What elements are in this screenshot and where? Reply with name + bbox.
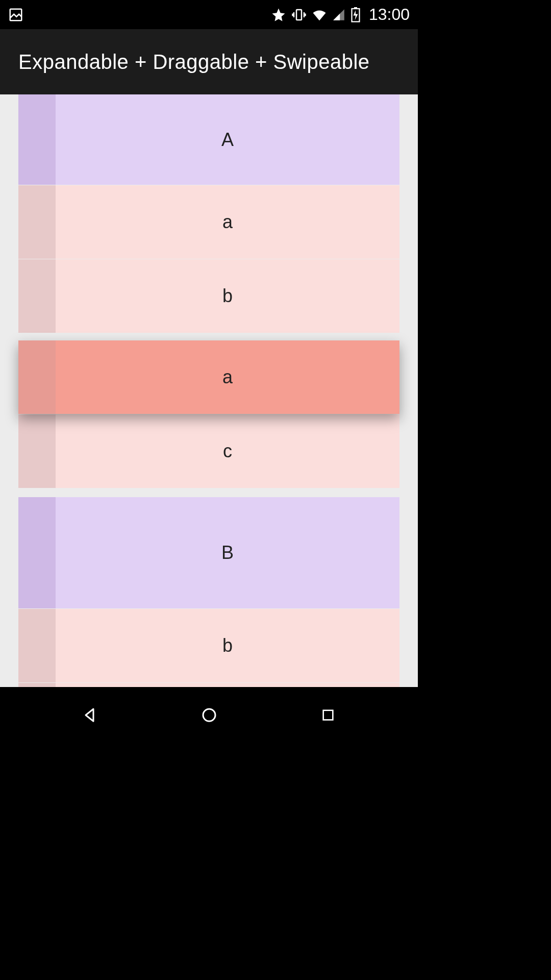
svg-rect-3 (354, 7, 357, 9)
drag-handle[interactable] (18, 497, 56, 608)
item-label: b (222, 635, 233, 656)
item-body[interactable]: b (56, 609, 399, 682)
content-area[interactable]: A a b a c (0, 94, 418, 687)
drag-handle[interactable] (18, 609, 56, 682)
wifi-icon (312, 7, 327, 22)
group-body[interactable]: B (56, 497, 399, 608)
vibrate-icon (291, 7, 307, 22)
navigation-bar (0, 687, 418, 743)
gap (18, 333, 399, 340)
svg-rect-1 (296, 10, 302, 20)
status-time: 13:00 (369, 5, 410, 24)
item-label: a (222, 211, 233, 233)
star-icon (271, 7, 286, 22)
drag-handle[interactable] (18, 94, 56, 185)
group-label: A (221, 129, 234, 151)
drag-handle[interactable] (18, 259, 56, 333)
list-item[interactable]: b (18, 609, 399, 682)
item-label: b (222, 285, 233, 307)
drag-handle[interactable] (18, 340, 56, 414)
item-body[interactable] (56, 683, 399, 687)
page-title: Expandable + Draggable + Swipeable (18, 51, 370, 74)
item-label: c (223, 440, 232, 462)
item-body[interactable]: a (56, 185, 399, 259)
list-item[interactable]: c (18, 414, 399, 488)
back-button[interactable] (78, 703, 103, 727)
app-bar: Expandable + Draggable + Swipeable (0, 29, 418, 94)
svg-point-4 (203, 709, 215, 721)
battery-charging-icon (350, 7, 361, 22)
list-item[interactable]: b (18, 259, 399, 333)
status-bar: 13:00 (0, 0, 418, 29)
group-body[interactable]: A (56, 94, 399, 185)
group-header[interactable]: A (18, 94, 399, 185)
list-item[interactable] (18, 683, 399, 687)
item-label: a (222, 366, 233, 388)
list[interactable]: A a b a c (18, 94, 399, 687)
recent-apps-button[interactable] (316, 703, 340, 727)
group-header[interactable]: B (18, 497, 399, 608)
item-body[interactable]: b (56, 259, 399, 333)
signal-icon (332, 8, 345, 21)
group-label: B (221, 542, 234, 564)
list-item[interactable]: a (18, 185, 399, 259)
status-left (8, 7, 23, 22)
image-icon (8, 7, 23, 22)
status-right: 13:00 (271, 5, 410, 24)
svg-rect-5 (323, 710, 333, 720)
item-body[interactable]: a (56, 340, 399, 414)
home-button[interactable] (197, 703, 221, 727)
drag-handle[interactable] (18, 185, 56, 259)
item-body[interactable]: c (56, 414, 399, 488)
list-item-dragging[interactable]: a (18, 340, 399, 414)
drag-handle[interactable] (18, 683, 56, 687)
drag-handle[interactable] (18, 414, 56, 488)
